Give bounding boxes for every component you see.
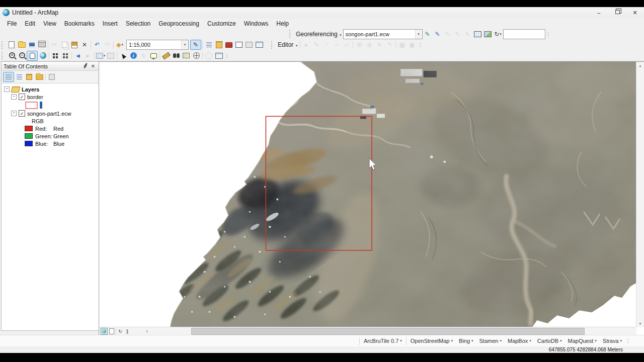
mapquest-menu[interactable]: MapQuest▾ (565, 335, 600, 346)
toolbar-grip[interactable] (2, 52, 5, 59)
scroll-up-button[interactable]: ▲ (636, 62, 644, 69)
toc-options-button[interactable] (47, 72, 57, 81)
reshape-button[interactable]: ↰ (384, 40, 394, 49)
pause-drawing-button[interactable]: ∥ (124, 328, 130, 334)
rotate-tool-button[interactable]: ⊕ (364, 40, 374, 49)
toolbar-grip[interactable] (289, 30, 292, 38)
select-link-button[interactable]: ✎ (433, 30, 443, 39)
arcbrutile-menu[interactable]: ArcBruTile 0.7▾ (361, 335, 405, 346)
toc-pin-button[interactable] (82, 64, 89, 68)
split-tool-button[interactable]: ⊞ (354, 40, 364, 49)
toolbar-grip[interactable] (2, 41, 5, 49)
scroll-left-button[interactable]: ‹ (143, 327, 151, 335)
horizontal-scroll-thumb[interactable] (191, 328, 585, 335)
fixed-zoom-out-button[interactable] (60, 51, 70, 60)
tree-item-raster-layer[interactable]: − ✓ songon-part1.ecw (2, 110, 99, 117)
zoom-in-button[interactable]: + (7, 51, 17, 60)
list-by-drawing-order-button[interactable] (3, 72, 14, 82)
new-map-button[interactable] (7, 40, 17, 49)
save-button[interactable] (27, 40, 37, 49)
tree-item-layers[interactable]: − Layers (2, 85, 99, 93)
cut-polygons-button[interactable]: ✕ (374, 40, 384, 49)
python-window-button[interactable] (254, 40, 264, 49)
menu-edit[interactable]: Edit (21, 19, 39, 28)
redo-button[interactable]: ↷ (102, 40, 112, 49)
viewer-window-button[interactable] (214, 51, 224, 60)
sketch-properties-button[interactable]: ▣ (407, 40, 417, 49)
layout-view-button[interactable] (109, 328, 115, 334)
auto-adjust-button[interactable]: ✎ (463, 30, 473, 39)
minimize-button[interactable]: – (590, 7, 608, 18)
tree-item-border-layer[interactable]: − ✓ border (2, 93, 99, 101)
trace-tool-button[interactable]: ▱ (342, 40, 352, 49)
menu-file[interactable]: File (3, 19, 21, 28)
scroll-down-button[interactable]: ▼ (636, 320, 644, 327)
attributes-button[interactable]: ▦ (397, 40, 407, 49)
command-window-button[interactable] (244, 40, 254, 49)
cartodb-menu[interactable]: CartoDB▾ (534, 335, 565, 346)
find-button[interactable] (171, 51, 181, 60)
zoom-to-link-button[interactable]: ✎ (443, 30, 453, 39)
time-slider-button[interactable] (204, 51, 214, 60)
rotate-button[interactable]: ↻▾ (493, 30, 503, 39)
straight-segment-button[interactable]: ∕ (321, 40, 332, 49)
edit-tool-button[interactable]: ▸ (301, 40, 311, 49)
refresh-view-button[interactable]: ↻ (117, 328, 123, 334)
pan-button[interactable] (27, 51, 38, 61)
full-extent-button[interactable] (38, 51, 48, 60)
close-button[interactable]: ✕ (626, 7, 644, 18)
georeferencing-layer-combo[interactable]: songon-part1.ecw ▾ (343, 29, 423, 39)
toc-close-button[interactable]: ✕ (90, 63, 97, 69)
raster-layer-checkbox[interactable]: ✓ (19, 110, 25, 117)
endpoint-arc-button[interactable]: ⌐ (332, 40, 342, 49)
hyperlink-button[interactable]: ↯ (138, 51, 148, 60)
menu-geoprocessing[interactable]: Geoprocessing (154, 19, 203, 28)
vertical-scrollbar[interactable]: ▲ ▼ (636, 62, 644, 327)
menu-customize[interactable]: Customize (203, 19, 240, 28)
toolbar-grip[interactable] (271, 41, 274, 49)
toolbar-overflow-button[interactable]: ⋮ (545, 30, 551, 39)
open-button[interactable] (17, 40, 27, 49)
delete-link-button[interactable]: ✎ (453, 30, 463, 39)
toolbar-overflow-button[interactable]: ⋮ (417, 40, 423, 49)
mapbox-menu[interactable]: MapBox▾ (505, 335, 534, 346)
html-popup-button[interactable] (148, 51, 158, 60)
delete-button[interactable]: ✕ (79, 40, 90, 49)
collapse-icon[interactable]: − (11, 111, 17, 116)
edit-annotation-button[interactable]: ✎ (311, 40, 321, 49)
horizontal-scrollbar[interactable]: ↻ ∥ ‹ (99, 327, 636, 335)
image-analysis-button[interactable] (483, 30, 493, 39)
undo-button[interactable]: ↶ (92, 40, 102, 49)
find-route-button[interactable] (181, 51, 191, 60)
rotation-value-input[interactable] (503, 29, 545, 39)
copy-button[interactable] (59, 40, 69, 49)
list-by-visibility-button[interactable] (24, 72, 34, 81)
border-symbol-row[interactable] (2, 101, 99, 110)
print-button[interactable] (37, 40, 47, 49)
border-layer-checkbox[interactable]: ✓ (19, 94, 25, 100)
openstreetmap-menu[interactable]: OpenStreetMap▾ (408, 335, 456, 346)
model-builder-button[interactable] (234, 40, 244, 49)
menu-windows[interactable]: Windows (240, 19, 273, 28)
menu-help[interactable]: Help (272, 19, 293, 28)
zoom-out-button[interactable]: − (17, 51, 27, 60)
menu-selection[interactable]: Selection (122, 19, 154, 28)
scale-combo[interactable]: 1:15,000 ▾ (126, 40, 189, 50)
map-canvas[interactable] (99, 62, 636, 327)
go-forward-extent-button[interactable]: ► (83, 51, 93, 60)
clear-selection-button[interactable] (106, 51, 116, 60)
data-view-button[interactable] (101, 328, 108, 335)
georeferencing-menu[interactable]: Georeferencing ▾ (294, 31, 343, 38)
select-features-button[interactable]: ▾ (96, 51, 106, 60)
go-to-xy-button[interactable] (191, 51, 201, 60)
table-of-contents-button[interactable] (204, 40, 214, 49)
stamen-menu[interactable]: Stamen▾ (476, 335, 505, 346)
collapse-icon[interactable]: − (4, 86, 10, 92)
bing-menu[interactable]: Bing▾ (456, 335, 476, 346)
restore-button[interactable] (608, 7, 626, 18)
paste-button[interactable] (69, 40, 79, 49)
catalog-button[interactable] (214, 40, 224, 49)
menu-bookmarks[interactable]: Bookmarks (60, 19, 99, 28)
toolbox-button[interactable] (224, 40, 234, 49)
select-elements-button[interactable] (118, 51, 128, 60)
